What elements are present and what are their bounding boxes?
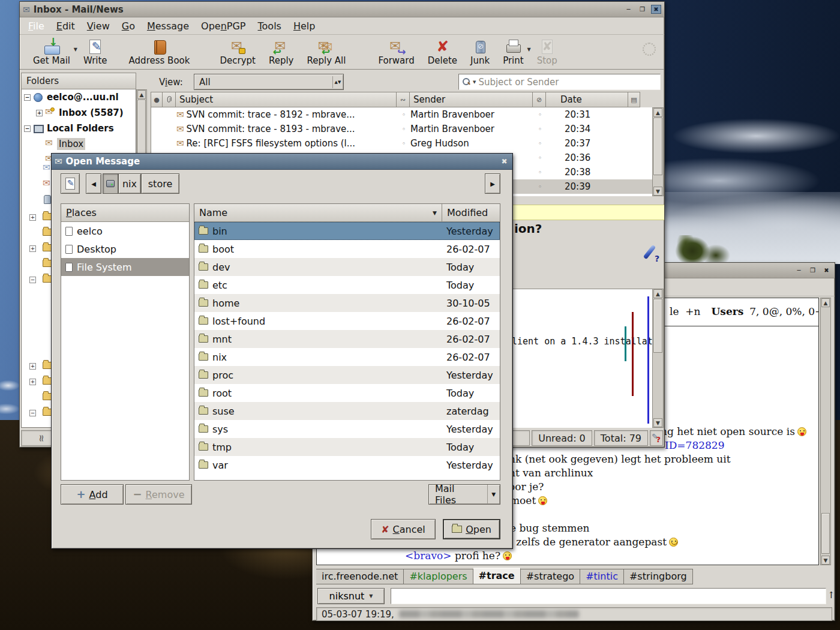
- folder-tree-item[interactable]: − Local Folders: [22, 121, 136, 136]
- menu-item[interactable]: Message: [141, 19, 195, 34]
- open-button[interactable]: Open: [443, 519, 500, 539]
- file-row[interactable]: lost+found 26-02-07: [194, 312, 500, 330]
- irc-message-input[interactable]: [391, 588, 826, 604]
- file-row[interactable]: tmp Today: [194, 438, 500, 456]
- junk-dot-icon[interactable]: ◦: [533, 111, 547, 119]
- minimize-icon[interactable]: ─: [623, 5, 634, 14]
- junk-dot-icon[interactable]: ◦: [533, 154, 547, 162]
- folder-tree-item[interactable]: Inbox: [22, 136, 136, 152]
- close-icon[interactable]: ✖: [821, 266, 832, 275]
- close-icon[interactable]: ✖: [499, 157, 509, 166]
- toolbar-button[interactable]: Delete: [423, 37, 462, 67]
- tree-expander-icon[interactable]: +: [36, 110, 43, 116]
- junk-column-icon[interactable]: ⊘: [533, 92, 546, 107]
- toolbar-button[interactable]: Write: [79, 37, 112, 67]
- junk-dot-icon[interactable]: ◦: [533, 169, 547, 176]
- toolbar-button[interactable]: Forward: [373, 37, 419, 67]
- message-list-scrollbar[interactable]: ▲ ▼: [652, 107, 664, 196]
- menu-item[interactable]: Help: [287, 19, 321, 34]
- menu-item[interactable]: Edit: [50, 19, 81, 34]
- chevron-down-icon[interactable]: ▼: [527, 47, 531, 52]
- irc-scrollbar[interactable]: ▲ ▼: [820, 298, 831, 565]
- channel-tab[interactable]: #trace: [473, 568, 521, 584]
- menu-item[interactable]: Tools: [252, 19, 287, 34]
- maximize-icon[interactable]: ❐: [808, 266, 818, 275]
- nick-selector[interactable]: niksnut ▼: [317, 588, 385, 604]
- file-filter-dropdown[interactable]: Mail Files ▼: [428, 484, 500, 505]
- toolbar-button[interactable]: Address Book: [124, 37, 195, 67]
- mail-titlebar[interactable]: ✉ Inbox - Mail/News ─ ❐ ✖: [20, 2, 664, 17]
- modified-column-header[interactable]: Modified: [442, 204, 500, 222]
- scroll-up-icon[interactable]: ▲: [137, 90, 146, 99]
- file-row[interactable]: nix 26-02-07: [194, 348, 500, 366]
- channel-tab[interactable]: #tintic: [580, 569, 624, 584]
- scrollbar-thumb[interactable]: [653, 299, 662, 353]
- scrollbar-thumb[interactable]: [653, 118, 662, 175]
- places-item[interactable]: eelco: [61, 222, 189, 240]
- thread-column-icon[interactable]: ∾: [397, 92, 410, 107]
- folder-tree-item[interactable]: + Inbox (5587): [22, 105, 136, 121]
- tree-expander-icon[interactable]: −: [24, 125, 31, 132]
- pgp-status-icon[interactable]: [650, 430, 663, 446]
- message-row[interactable]: ✉Re: [RFC] FSFS filesystem options (l...…: [151, 136, 652, 151]
- file-row[interactable]: etc Today: [194, 276, 500, 294]
- breadcrumb-nix[interactable]: nix: [118, 173, 141, 194]
- scroll-down-icon[interactable]: ▼: [653, 187, 662, 196]
- cancel-button[interactable]: ✘Cancel: [371, 519, 436, 539]
- file-row[interactable]: proc Yesterday: [194, 366, 500, 384]
- file-row[interactable]: bin Yesterday: [194, 222, 500, 240]
- quick-search[interactable]: ▼ Subject or Sender: [458, 74, 661, 90]
- menu-item[interactable]: OpenPGP: [195, 19, 251, 34]
- date-column-header[interactable]: Date: [546, 92, 628, 107]
- scroll-up-icon[interactable]: ▲: [653, 108, 662, 117]
- remove-button[interactable]: −Remove: [125, 484, 192, 505]
- scroll-down-icon[interactable]: ▼: [821, 556, 830, 565]
- file-row[interactable]: sys Yesterday: [194, 420, 500, 438]
- toolbar-button[interactable]: ▼ Print: [498, 37, 529, 67]
- toolbar-button[interactable]: Decrypt: [215, 37, 260, 67]
- toolbar-button[interactable]: ▼ Get Mail: [28, 37, 75, 67]
- file-row[interactable]: home 30-10-05: [194, 294, 500, 312]
- chevron-down-icon[interactable]: ▼: [473, 80, 476, 85]
- scroll-up-icon[interactable]: ▲: [821, 298, 830, 307]
- body-scrollbar[interactable]: ▲ ▼: [652, 289, 664, 428]
- toolbar-button[interactable]: Stop: [532, 37, 562, 67]
- toolbar-button[interactable]: Reply: [264, 37, 299, 67]
- places-header[interactable]: Places: [61, 204, 189, 222]
- tree-expander-icon[interactable]: −: [24, 94, 31, 101]
- channel-tab[interactable]: #stratego: [521, 569, 580, 584]
- toolbar-button[interactable]: Junk: [466, 37, 494, 67]
- file-row[interactable]: boot 26-02-07: [194, 240, 500, 258]
- history-up-icon[interactable]: ↑: [827, 590, 835, 601]
- column-picker-icon[interactable]: ▤: [628, 92, 640, 107]
- file-row[interactable]: dev Today: [194, 258, 500, 276]
- add-button[interactable]: +Add: [61, 484, 124, 505]
- file-row[interactable]: var Yesterday: [194, 456, 500, 474]
- name-column-header[interactable]: Name▼: [194, 204, 442, 222]
- junk-dot-icon[interactable]: ◦: [533, 140, 547, 148]
- places-item[interactable]: Desktop: [61, 240, 189, 258]
- places-item[interactable]: File System: [61, 258, 189, 276]
- breadcrumb-store[interactable]: store: [141, 173, 179, 194]
- folders-pane-header[interactable]: Folders: [21, 73, 136, 89]
- file-row[interactable]: suse zaterdag: [194, 402, 500, 420]
- close-icon[interactable]: ✖: [651, 5, 661, 14]
- message-row[interactable]: ✉SVN commit: trace - 8193 - mbrave... ◦ …: [151, 122, 652, 136]
- maximize-icon[interactable]: ❐: [637, 5, 647, 14]
- breadcrumb-forward-button[interactable]: ▶: [485, 173, 500, 194]
- chevron-down-icon[interactable]: ▼: [74, 47, 77, 52]
- toolbar-button[interactable]: Reply All: [302, 37, 350, 67]
- attachment-column-icon[interactable]: [163, 92, 176, 107]
- channel-tab[interactable]: #klaplopers: [404, 569, 473, 584]
- minimize-icon[interactable]: ─: [794, 266, 804, 275]
- subject-column-header[interactable]: Subject: [176, 92, 397, 107]
- scroll-up-icon[interactable]: ▲: [653, 289, 662, 298]
- breadcrumb-root-button[interactable]: [103, 173, 118, 194]
- scrollbar-thumb[interactable]: [821, 513, 830, 554]
- sender-column-header[interactable]: Sender: [410, 92, 533, 107]
- file-row[interactable]: mnt 26-02-07: [194, 330, 500, 348]
- dialog-titlebar[interactable]: ✉ Open Message ✖: [52, 154, 512, 170]
- scroll-down-icon[interactable]: ▼: [653, 418, 662, 427]
- type-filename-button[interactable]: [61, 173, 80, 194]
- junk-dot-icon[interactable]: ◦: [533, 183, 547, 191]
